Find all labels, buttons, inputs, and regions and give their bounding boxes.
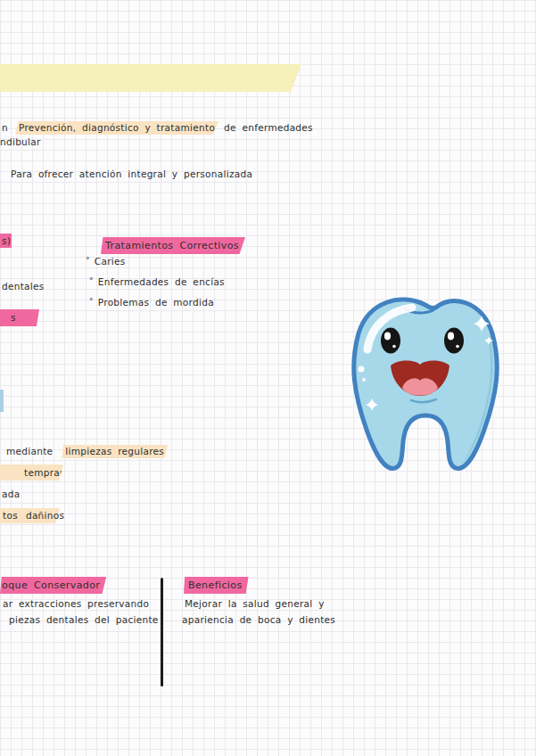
prevention-line1-prefix: mediante	[6, 446, 53, 456]
conservative-line-1: ar extracciones preservando	[3, 597, 149, 611]
intro-line1-suffix: de enfermedades	[224, 122, 313, 133]
prevention-line1-highlight: limpiezas regulares	[62, 445, 168, 458]
prevention-line3-suffix: dañinos	[26, 510, 64, 521]
list-item: °Caries	[86, 256, 225, 276]
intro-line-2: ndibular	[0, 136, 41, 149]
title-highlight-bar	[0, 64, 301, 92]
bullet-icon: °	[86, 256, 90, 265]
list-item: °Problemas de mordida	[86, 297, 225, 317]
column-divider	[161, 578, 163, 686]
prevention-line3-highlight: tos	[3, 510, 18, 521]
conservative-line-2: piezas dentales del paciente	[9, 613, 159, 627]
list-item: °Enfermedades de encías	[86, 276, 225, 297]
treatments-heading: Tratamientos Correctivos	[101, 237, 245, 254]
fragment-s-paren: s)	[0, 234, 12, 248]
intro-line-3: Para ofrecer atención integral y persona…	[11, 168, 252, 181]
tooth-cartoon-icon	[346, 294, 505, 471]
bullet-icon: °	[89, 297, 94, 306]
intro-line1-highlight: Prevención, diagnóstico y tratamiento	[15, 121, 219, 135]
conservative-heading: oque Conservador	[0, 577, 106, 594]
benefits-heading: Beneficios	[184, 577, 249, 594]
prevention-line-1: mediantelimpiezas regulares	[6, 445, 168, 458]
bullet-icon: °	[89, 276, 94, 285]
tongue	[402, 378, 438, 395]
intro-line-1: nPrevención, diagnóstico y tratamientode…	[2, 121, 313, 135]
tooth-illustration	[346, 294, 505, 471]
prevention-line-3: tosdañinos	[3, 509, 64, 522]
tooth-gloss-dot	[359, 366, 365, 373]
fragment-pink-wedge: s	[0, 309, 39, 326]
intro-line1-prefix: n	[2, 122, 8, 133]
treatments-list: °Caries °Enfermedades de encías °Problem…	[86, 256, 225, 317]
notes-page: nPrevención, diagnóstico y tratamientode…	[0, 0, 536, 756]
fragment-blue-highlight	[0, 390, 4, 412]
fragment-dentales: dentales	[2, 280, 45, 293]
tooth-gloss-dot	[362, 378, 366, 382]
fragment-ada: ada	[2, 488, 20, 501]
prevention-line-2-patch: tempranas	[0, 464, 63, 481]
prevention-line-2: tempranas	[24, 466, 77, 480]
right-eye	[444, 328, 464, 354]
benefits-line-2: apariencia de boca y dientes	[182, 613, 335, 627]
fragment-s: s	[11, 311, 16, 325]
benefits-line-1: Mejorar la salud general y	[185, 597, 325, 611]
left-eye	[381, 328, 400, 354]
